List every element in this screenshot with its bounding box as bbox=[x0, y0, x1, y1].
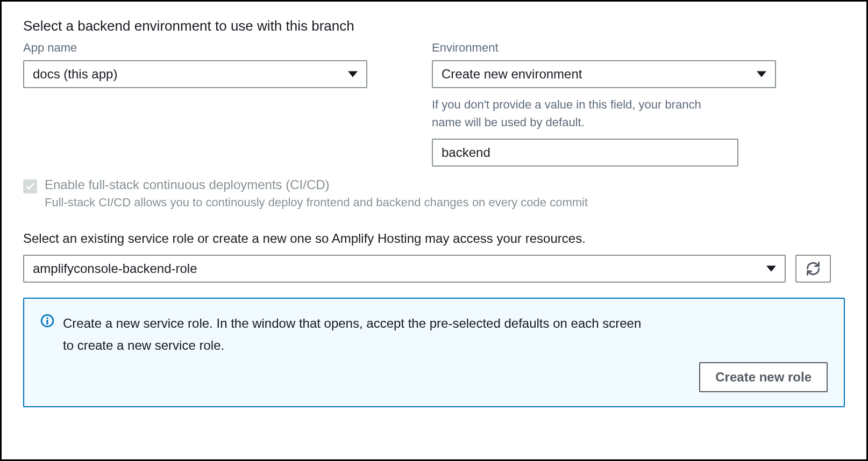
svg-point-1 bbox=[46, 317, 48, 319]
app-name-select[interactable]: docs (this app) bbox=[23, 60, 367, 88]
create-role-info-box: Create a new service role. In the window… bbox=[23, 298, 845, 407]
check-icon bbox=[25, 182, 35, 191]
service-role-select[interactable]: amplifyconsole-backend-role bbox=[23, 255, 786, 283]
section-heading: Select a backend environment to use with… bbox=[23, 18, 845, 34]
info-text: Create a new service role. In the window… bbox=[63, 313, 654, 357]
service-role-label: Select an existing service role or creat… bbox=[23, 231, 845, 246]
app-name-value: docs (this app) bbox=[33, 67, 117, 82]
environment-label: Environment bbox=[432, 41, 776, 55]
environment-value: Create new environment bbox=[442, 67, 582, 82]
refresh-roles-button[interactable] bbox=[795, 255, 831, 283]
refresh-icon bbox=[806, 261, 821, 276]
environment-column: Environment Create new environment If yo… bbox=[432, 41, 776, 167]
info-icon bbox=[40, 314, 54, 392]
app-name-column: App name docs (this app) bbox=[23, 41, 367, 167]
service-role-value: amplifyconsole-backend-role bbox=[33, 261, 197, 276]
info-action-row: Create new role bbox=[63, 362, 828, 392]
environment-helper-text: If you don't provide a value in this fie… bbox=[432, 96, 712, 131]
caret-down-icon bbox=[348, 71, 358, 77]
caret-down-icon bbox=[757, 71, 766, 77]
info-content: Create a new service role. In the window… bbox=[63, 313, 828, 392]
cicd-content: Enable full-stack continuous deployments… bbox=[45, 177, 588, 210]
environment-select[interactable]: Create new environment bbox=[432, 60, 776, 88]
environment-name-input[interactable] bbox=[432, 139, 738, 167]
cicd-checkbox-row: Enable full-stack continuous deployments… bbox=[23, 177, 845, 210]
cicd-description: Full-stack CI/CD allows you to continous… bbox=[45, 196, 588, 209]
cicd-checkbox[interactable] bbox=[23, 179, 37, 193]
create-new-role-button[interactable]: Create new role bbox=[699, 362, 828, 392]
backend-environment-panel: Select a backend environment to use with… bbox=[0, 0, 868, 461]
cicd-label: Enable full-stack continuous deployments… bbox=[45, 177, 588, 192]
service-role-row: amplifyconsole-backend-role bbox=[23, 255, 845, 283]
caret-down-icon bbox=[766, 266, 776, 272]
app-name-label: App name bbox=[23, 41, 367, 55]
svg-rect-2 bbox=[46, 320, 48, 325]
form-row-app-env: App name docs (this app) Environment Cre… bbox=[23, 41, 845, 167]
